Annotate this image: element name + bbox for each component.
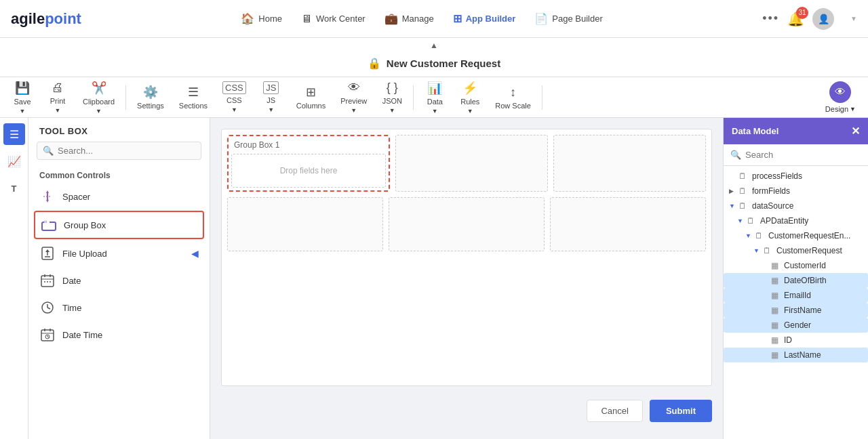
avatar[interactable]: 👤	[812, 8, 834, 30]
canvas-actions: Cancel Submit	[221, 392, 712, 425]
svg-text:⊟: ⊟	[44, 220, 47, 224]
spacer-icon	[39, 188, 56, 205]
data-model-close[interactable]: ✕	[851, 125, 860, 138]
tree-label-formfields: formFields	[752, 186, 790, 196]
svg-marker-2	[46, 200, 49, 203]
toolbox-search-container: 🔍	[37, 142, 201, 160]
canvas-row-1: Group Box 1 Drop fields here	[227, 135, 706, 192]
tool-groupbox[interactable]: ⊟ Group Box	[34, 211, 204, 239]
tree-item-emailid[interactable]: ▦ EmailId	[724, 288, 868, 303]
rules-label: Rules	[460, 98, 479, 106]
canvas-cell-2-1[interactable]	[227, 197, 383, 251]
tree-label-customerrequesten: CustomerRequestEn...	[768, 231, 850, 241]
submit-button[interactable]: Submit	[650, 400, 712, 422]
sidebar-icon-strip: ☰ 📈 T	[0, 118, 28, 439]
svg-point-17	[50, 281, 51, 283]
nav-appbuilder[interactable]: ⊞ App Builder	[445, 8, 524, 29]
js-button[interactable]: JS JS ▼	[254, 77, 288, 117]
group-box-cell[interactable]: Group Box 1 Drop fields here	[227, 135, 390, 192]
print-button[interactable]: 🖨 Print ▼	[41, 77, 75, 118]
notification-bell[interactable]: 🔔 31	[787, 11, 804, 27]
preview-button[interactable]: 👁 Preview ▼	[334, 77, 374, 118]
sidebar-list-icon[interactable]: ☰	[3, 123, 25, 145]
field-icon-3: ▦	[771, 291, 778, 300]
settings-button[interactable]: ⚙️ Settings	[130, 81, 171, 114]
tool-date[interactable]: Date	[28, 267, 210, 294]
cancel-button[interactable]: Cancel	[587, 400, 642, 422]
tree-item-customerrequest[interactable]: ▼ 🗒 CustomerRequest	[724, 243, 868, 258]
canvas-row-2	[227, 197, 706, 251]
fileupload-label: File Upload	[62, 249, 184, 259]
datetime-label: Date Time	[62, 330, 199, 340]
data-model-title: Data Model	[732, 126, 778, 136]
tree-item-lastname[interactable]: ▦ LastName	[724, 348, 868, 362]
tree-item-customerrequesten[interactable]: ▼ 🗒 CustomerRequestEn...	[724, 228, 868, 243]
sidebar-text-icon[interactable]: T	[3, 177, 25, 199]
tree-item-processfields[interactable]: 🗒 processFields	[724, 169, 868, 184]
tree-item-datasource[interactable]: ▼ 🗒 dataSource	[724, 198, 868, 213]
svg-marker-1	[46, 190, 49, 193]
canvas-cell-2-3[interactable]	[550, 197, 706, 251]
nav-workcenter[interactable]: 🖥 Work Center	[293, 9, 374, 29]
svg-point-16	[47, 281, 48, 283]
fileupload-arrow: ◀	[191, 248, 199, 259]
data-button[interactable]: 📊 Data ▼	[418, 77, 452, 119]
field-icon-2: ▦	[771, 276, 778, 285]
tree-item-firstname[interactable]: ▦ FirstName	[724, 303, 868, 318]
tree-item-dateofbirth[interactable]: ▦ DateOfBirth	[724, 273, 868, 288]
toolbar: 💾 Save ▼ 🖨 Print ▼ ✂️ Clipboard ▼ ⚙️ Set…	[0, 77, 868, 118]
logo[interactable]: agilepoint	[11, 10, 81, 28]
clipboard-button[interactable]: ✂️ Clipboard ▼	[76, 77, 121, 119]
rowscale-button[interactable]: ↕ Row Scale	[488, 81, 538, 114]
field-icon-4: ▦	[771, 306, 778, 315]
tree-label-datasource: dataSource	[752, 201, 793, 211]
field-icon-1: ▦	[771, 261, 778, 270]
db-icon-4: 🗒	[747, 216, 755, 226]
user-dropdown-arrow[interactable]: ▼	[850, 15, 857, 22]
tree-label-apdataentity: APDataEntity	[760, 216, 808, 226]
nav-appbuilder-label: App Builder	[466, 14, 516, 24]
collapse-button[interactable]: ▲	[427, 38, 441, 53]
main-layout: ☰ 📈 T TOOL BOX 🔍 Common Controls Spacer	[0, 118, 868, 439]
sidebar-chart-icon[interactable]: 📈	[3, 150, 25, 172]
tool-spacer[interactable]: Spacer	[28, 183, 210, 210]
more-button[interactable]: •••	[762, 12, 779, 26]
nav-pagebuilder[interactable]: 📄 Page Builder	[526, 8, 610, 29]
tool-datetime[interactable]: Date Time	[28, 321, 210, 348]
nav-manage[interactable]: 💼 Manage	[376, 8, 442, 29]
tree-item-id[interactable]: ▦ ID	[724, 333, 868, 348]
tool-fileupload[interactable]: File Upload ◀	[28, 240, 210, 267]
data-icon: 📊	[427, 81, 442, 96]
canvas-cell-1-3[interactable]	[553, 135, 706, 192]
common-controls-label: Common Controls	[28, 165, 210, 183]
tree-item-apdataentity[interactable]: ▼ 🗒 APDataEntity	[724, 213, 868, 228]
toolbox-search-icon: 🔍	[43, 146, 54, 156]
page-title-bar: 🔒 New Customer Request	[368, 53, 500, 77]
print-icon: 🖨	[52, 81, 64, 95]
time-label: Time	[62, 303, 199, 313]
tree-item-gender[interactable]: ▦ Gender	[724, 318, 868, 333]
sections-button[interactable]: ☰ Sections	[172, 81, 214, 114]
rules-button[interactable]: ⚡ Rules ▼	[453, 77, 487, 119]
nav-home[interactable]: 🏠 Home	[233, 8, 290, 29]
db-icon-2: 🗒	[738, 186, 747, 196]
tree-item-formfields[interactable]: ▶ 🗒 formFields	[724, 184, 868, 198]
toolbox-search-input[interactable]	[58, 146, 195, 156]
divider-1	[125, 85, 126, 110]
drop-area[interactable]: Drop fields here	[231, 154, 386, 188]
tool-time[interactable]: Time	[28, 294, 210, 321]
json-button[interactable]: { } JSON ▼	[375, 77, 409, 118]
css-button[interactable]: CSS CSS ▼	[216, 77, 253, 117]
tree-item-customerid[interactable]: ▦ CustomerId	[724, 258, 868, 273]
css-label: CSS	[226, 96, 242, 104]
canvas-cell-2-2[interactable]	[389, 197, 545, 251]
columns-button[interactable]: ⊞ Columns	[290, 81, 332, 114]
data-model-search-input[interactable]	[745, 150, 861, 160]
design-button[interactable]: 👁 Design ▼	[818, 77, 863, 117]
pagebuilder-icon: 📄	[534, 12, 548, 25]
save-button[interactable]: 💾 Save ▼	[5, 77, 39, 119]
workcenter-icon: 🖥	[301, 13, 312, 25]
canvas-cell-1-2[interactable]	[395, 135, 548, 192]
settings-label: Settings	[137, 102, 164, 110]
nav-home-label: Home	[258, 14, 282, 24]
